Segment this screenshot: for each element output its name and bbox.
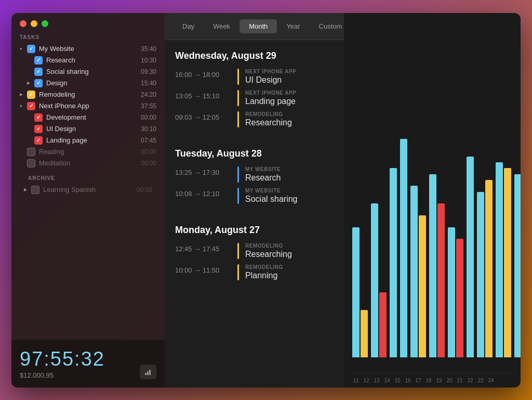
- task-time-development: 00:00: [141, 114, 156, 121]
- checkbox-social-sharing[interactable]: ✓: [34, 68, 43, 76]
- task-time-reading: 00:00: [141, 148, 156, 156]
- close-button[interactable]: [20, 20, 26, 27]
- bar-group: [477, 180, 493, 357]
- task-time-meditation: 00:00: [141, 160, 156, 167]
- event-bar: [237, 69, 239, 85]
- event-details: NEXT IPHONE APP UI Design: [245, 69, 334, 85]
- checkbox-ui-design[interactable]: ✓: [34, 125, 43, 133]
- bar-yellow: [485, 180, 493, 357]
- report-icon: [144, 368, 152, 376]
- day-date: August 29: [229, 50, 276, 61]
- event-researching-1: 09:03 → 12:05 REMODELING Researching: [175, 111, 334, 127]
- checkbox-my-website[interactable]: ✓: [27, 45, 35, 53]
- task-name-reading: Reading: [39, 148, 141, 156]
- chart-x-label: 13: [373, 378, 380, 383]
- task-time-ui-design: 30:10: [141, 125, 156, 133]
- event-title: Landing page: [245, 97, 334, 106]
- checkbox-development[interactable]: ✓: [34, 113, 43, 122]
- event-details: MY WEBSITE Social sharing: [245, 188, 334, 204]
- event-bar: [237, 90, 239, 106]
- task-item-social-sharing[interactable]: ✓ Social sharing 09:30: [16, 66, 161, 78]
- bar-cyan: [352, 227, 360, 357]
- checkbox-remodeling[interactable]: ✓: [27, 91, 35, 99]
- event-title: Researching: [245, 118, 334, 127]
- arrow-icon: ▶: [20, 92, 27, 97]
- event-planning: 10:00 → 11:50 REMODELING Planning: [175, 264, 334, 280]
- sidebar-footer: 97:55:32 $12.000,95: [11, 339, 165, 388]
- task-item-learning-spanish[interactable]: ▶ Learning Spanish 00:00: [20, 184, 156, 196]
- bar-cyan: [400, 139, 407, 357]
- bar-red: [437, 203, 445, 357]
- task-item-my-website[interactable]: ▾ ✓ My Website 35:40: [16, 43, 161, 55]
- sidebar: TASKS ▾ ✓ My Website 35:40 ✓ Research 10…: [11, 13, 165, 388]
- minimize-button[interactable]: [31, 20, 37, 27]
- task-name-ui-design: UI Design: [46, 125, 141, 133]
- event-time: 09:03 → 12:05: [175, 111, 237, 127]
- checkbox-reading[interactable]: [27, 148, 35, 156]
- day-section-aug28: Tuesday, August 28 13:25 → 17:30 MY WEBS…: [175, 138, 334, 214]
- task-item-reading[interactable]: Reading 00:00: [16, 146, 161, 158]
- chart-x-label: 21: [456, 378, 463, 383]
- checkbox-research[interactable]: ✓: [34, 56, 43, 64]
- svg-rect-0: [145, 373, 147, 375]
- bars-container: [352, 123, 512, 373]
- bar-red: [456, 239, 463, 357]
- task-item-landing-page[interactable]: ✓ Landing page 07:45: [16, 135, 161, 146]
- tasks-section-label: TASKS: [11, 32, 165, 43]
- tab-day[interactable]: Day: [173, 19, 204, 33]
- bar-group: [448, 227, 463, 357]
- bar-group: [400, 139, 407, 357]
- checkbox-design[interactable]: ✓: [34, 79, 43, 87]
- task-item-remodeling[interactable]: ▶ ✓ Remodeling 24:20: [16, 89, 161, 100]
- tab-custom[interactable]: Custom: [310, 19, 344, 33]
- maximize-button[interactable]: [42, 20, 48, 27]
- event-time: 16:00 → 18:00: [175, 69, 237, 85]
- checkbox-landing-page[interactable]: ✓: [34, 136, 43, 145]
- chart-x-label: 15: [394, 378, 401, 383]
- tab-week[interactable]: Week: [204, 19, 240, 33]
- event-project: REMODELING: [245, 243, 334, 249]
- archive-section: ARCHIVE ▶ Learning Spanish 00:00: [16, 169, 161, 196]
- tab-year[interactable]: Year: [277, 19, 309, 33]
- bar-cyan: [429, 174, 436, 357]
- report-button[interactable]: [140, 365, 156, 379]
- chart-area: 1112131415161718192021222324: [344, 13, 521, 388]
- event-time: 12:45 → 17:45: [175, 243, 237, 259]
- event-title: Researching: [245, 250, 334, 259]
- bar-cyan: [448, 227, 455, 357]
- task-item-development[interactable]: ✓ Development 00:00: [16, 112, 161, 123]
- checkbox-learning-spanish[interactable]: [31, 186, 39, 194]
- bar-red: [379, 292, 387, 357]
- chart-x-label: 16: [404, 378, 411, 383]
- day-name: Monday,: [175, 225, 212, 235]
- chart-x-label: 11: [352, 378, 360, 383]
- task-time-design: 15:40: [141, 80, 156, 87]
- task-item-design[interactable]: ▶ ✓ Design 15:40: [16, 78, 161, 89]
- checkbox-next-iphone-app[interactable]: ✓: [27, 102, 35, 110]
- event-ui-design: 16:00 → 18:00 NEXT IPHONE APP UI Design: [175, 69, 334, 85]
- chart-x-label: 22: [467, 378, 474, 383]
- day-header-aug28: Tuesday, August 28: [175, 148, 334, 159]
- task-item-meditation[interactable]: Meditation 00:00: [16, 158, 161, 169]
- task-item-next-iphone-app[interactable]: ▾ ✓ Next iPhone App 37:55: [16, 100, 161, 112]
- event-landing-page: 13:05 → 15:10 NEXT IPHONE APP Landing pa…: [175, 90, 334, 106]
- bar-cyan: [467, 157, 474, 357]
- task-item-research[interactable]: ✓ Research 10:30: [16, 55, 161, 66]
- task-item-ui-design[interactable]: ✓ UI Design 30:10: [16, 123, 161, 135]
- day-date: August 28: [214, 148, 261, 159]
- chart-x-label: 23: [477, 378, 484, 383]
- event-time: 13:25 → 17:30: [175, 166, 237, 183]
- event-bar: [237, 188, 239, 204]
- day-date: August 27: [212, 225, 260, 235]
- chart-x-label: 20: [446, 378, 453, 383]
- task-name-my-website: My Website: [39, 45, 141, 53]
- bar-group: [514, 174, 521, 357]
- tab-month[interactable]: Month: [240, 19, 277, 33]
- arrow-icon: ▾: [20, 46, 27, 51]
- checkbox-meditation[interactable]: [27, 159, 35, 167]
- task-time-remodeling: 24:20: [141, 91, 156, 98]
- chart-x-label: 18: [425, 378, 432, 383]
- timer-section: 97:55:32 $12.000,95: [20, 348, 105, 379]
- task-time-next-iphone-app: 37:55: [141, 102, 156, 110]
- bar-group: [467, 157, 474, 357]
